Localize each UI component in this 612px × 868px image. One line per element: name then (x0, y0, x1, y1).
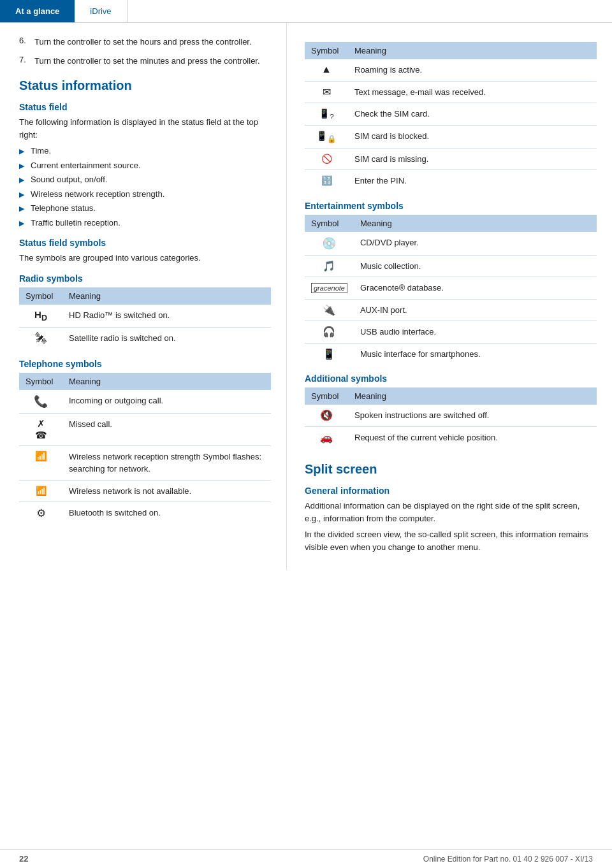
tab-at-a-glance[interactable]: At a glance (0, 0, 75, 22)
table-row: ✉ Text message, e-mail was received. (305, 81, 597, 103)
footer-copyright: Online Edition for Part no. 01 40 2 926 … (423, 855, 593, 864)
ent-symbol-gracenote: gracenote (305, 277, 354, 300)
status-table-col-meaning: Meaning (348, 42, 597, 59)
tel-symbol-unavailable: 📶 (19, 480, 62, 502)
table-row: HD HD Radio™ is switched on. (19, 305, 271, 328)
step-7-num: 7. (19, 55, 29, 68)
bullet-time-text: Time. (31, 145, 51, 157)
status-meaning-roaming: Roaming is active. (348, 59, 597, 81)
table-row: 🔌 AUX-IN port. (305, 299, 597, 321)
status-field-symbols-body: The symbols are grouped into various cat… (19, 252, 271, 264)
table-row: gracenote Gracenote® database. (305, 277, 597, 300)
additional-symbols-heading: Additional symbols (305, 373, 597, 384)
step-6-text: Turn the controller to set the hours and… (34, 36, 252, 48)
bullet-sound-text: Sound output, on/off. (31, 173, 107, 186)
general-info-heading: General information (305, 486, 597, 496)
add-meaning-vehicle: Request of the current vehicle position. (348, 426, 597, 448)
tel-meaning-bluetooth: Bluetooth is switched on. (62, 502, 271, 525)
bullet-telephone-text: Telephone status. (31, 202, 96, 215)
right-column: Symbol Meaning ▲ Roaming is active. ✉ Te… (287, 23, 612, 570)
status-symbol-pin: 🔢 (305, 170, 348, 192)
left-column: 6. Turn the controller to set the hours … (0, 23, 287, 570)
tel-table-col-meaning: Meaning (62, 373, 271, 390)
table-row: 📱 Music interface for smartphones. (305, 343, 597, 365)
general-info-para-2: In the divided screen view, the so-calle… (305, 528, 597, 553)
status-symbol-sim-blocked: 📱🔒 (305, 125, 348, 148)
tel-meaning-missed: Missed call. (62, 413, 271, 445)
status-meaning-sim-check: Check the SIM card. (348, 103, 597, 126)
table-row: 📱🔒 SIM card is blocked. (305, 125, 597, 148)
table-row: 📱? Check the SIM card. (305, 103, 597, 126)
bullet-sound: ▶ Sound output, on/off. (19, 173, 271, 186)
bullet-arrow-icon: ▶ (19, 175, 27, 186)
add-table-col-symbol: Symbol (305, 387, 348, 405)
tel-symbol-bluetooth: ⚙ (19, 502, 62, 525)
step-6: 6. Turn the controller to set the hours … (19, 36, 271, 48)
entertainment-symbols-table: Symbol Meaning 💿 CD/DVD player. 🎵 Music … (305, 215, 597, 365)
status-symbols-table: Symbol Meaning ▲ Roaming is active. ✉ Te… (305, 42, 597, 192)
tel-meaning-unavailable: Wireless network is not available. (62, 480, 271, 502)
table-row: 🛰 Satellite radio is switched on. (19, 327, 271, 350)
step-6-num: 6. (19, 36, 29, 48)
ent-table-col-symbol: Symbol (305, 215, 354, 232)
table-row: 📶 Wireless network is not available. (19, 480, 271, 502)
bullet-arrow-icon: ▶ (19, 161, 27, 172)
bullet-wireless-text: Wireless network reception strength. (31, 188, 164, 201)
ent-meaning-gracenote: Gracenote® database. (354, 277, 597, 300)
ent-meaning-aux: AUX-IN port. (354, 299, 597, 321)
entertainment-symbols-heading: Entertainment symbols (305, 201, 597, 211)
bullet-arrow-icon: ▶ (19, 203, 27, 215)
bullet-time: ▶ Time. (19, 145, 271, 157)
tab-idrive[interactable]: iDrive (75, 0, 127, 22)
content-wrapper: 6. Turn the controller to set the hours … (0, 23, 612, 570)
bullet-traffic-text: Traffic bulletin reception. (31, 217, 120, 229)
ent-meaning-smartphone: Music interface for smartphones. (354, 343, 597, 365)
table-row: 🎧 USB audio interface. (305, 321, 597, 344)
bullet-entertainment-text: Current entertainment source. (31, 159, 141, 172)
additional-symbols-table: Symbol Meaning 🔇 Spoken instructions are… (305, 387, 597, 448)
status-symbol-sim-missing: 🚫 (305, 148, 348, 170)
table-row: 📞 Incoming or outgoing call. (19, 390, 271, 414)
status-field-symbols-heading: Status field symbols (19, 238, 271, 248)
tel-table-col-symbol: Symbol (19, 373, 62, 390)
status-symbol-roaming: ▲ (305, 59, 348, 81)
radio-table-col-symbol: Symbol (19, 287, 62, 305)
table-row: 📶 Wireless network reception strength Sy… (19, 445, 271, 480)
tel-symbol-call: 📞 (19, 390, 62, 414)
tel-symbol-strength: 📶 (19, 445, 62, 480)
footer: 22 Online Edition for Part no. 01 40 2 9… (0, 849, 612, 868)
add-meaning-spoken: Spoken instructions are switched off. (348, 405, 597, 426)
step-7: 7. Turn the controller to set the minute… (19, 55, 271, 68)
table-row: 🔢 Enter the PIN. (305, 170, 597, 192)
ent-symbol-cd: 💿 (305, 232, 354, 256)
status-meaning-pin: Enter the PIN. (348, 170, 597, 192)
bullet-arrow-icon: ▶ (19, 146, 27, 157)
table-row: 🚗 Request of the current vehicle positio… (305, 426, 597, 448)
ent-table-col-meaning: Meaning (354, 215, 597, 232)
ent-symbol-smartphone: 📱 (305, 343, 354, 365)
add-symbol-vehicle: 🚗 (305, 426, 348, 448)
radio-symbol-hd: HD (19, 305, 62, 328)
tel-meaning-strength: Wireless network reception strength Symb… (62, 445, 271, 480)
radio-meaning-satellite: Satellite radio is switched on. (62, 327, 271, 350)
table-row: 🚫 SIM card is missing. (305, 148, 597, 170)
ent-meaning-usb: USB audio interface. (354, 321, 597, 344)
table-row: 💿 CD/DVD player. (305, 232, 597, 256)
page-number: 22 (19, 854, 28, 864)
status-field-bullets: ▶ Time. ▶ Current entertainment source. … (19, 145, 271, 229)
table-row: ⚙ Bluetooth is switched on. (19, 502, 271, 525)
status-table-col-symbol: Symbol (305, 42, 348, 59)
table-row: ▲ Roaming is active. (305, 59, 597, 81)
telephone-symbols-table: Symbol Meaning 📞 Incoming or outgoing ca… (19, 373, 271, 525)
tel-meaning-call: Incoming or outgoing call. (62, 390, 271, 414)
status-meaning-email: Text message, e-mail was received. (348, 81, 597, 103)
radio-symbols-table: Symbol Meaning HD HD Radio™ is switched … (19, 287, 271, 350)
telephone-symbols-heading: Telephone symbols (19, 359, 271, 369)
add-symbol-spoken: 🔇 (305, 405, 348, 426)
status-symbol-email: ✉ (305, 81, 348, 103)
ent-symbol-music: 🎵 (305, 255, 354, 277)
ent-meaning-music: Music collection. (354, 255, 597, 277)
top-nav: At a glance iDrive (0, 0, 612, 23)
status-meaning-sim-blocked: SIM card is blocked. (348, 125, 597, 148)
status-field-heading: Status field (19, 102, 271, 112)
